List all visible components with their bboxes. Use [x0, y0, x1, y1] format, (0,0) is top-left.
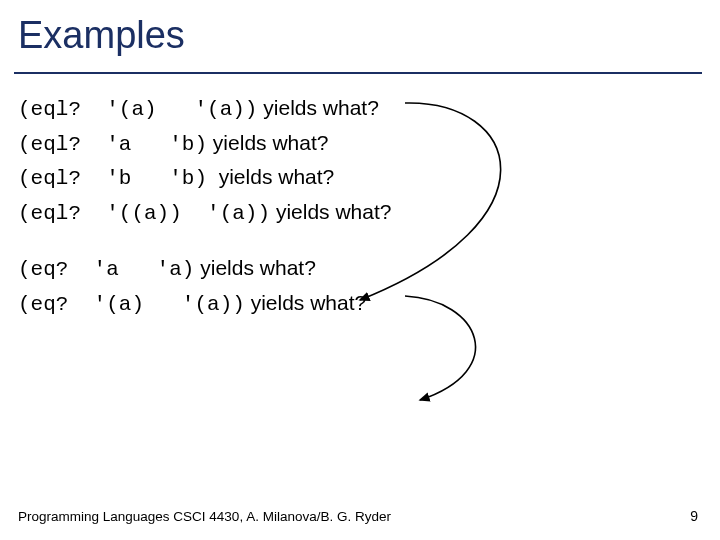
- example-line: (eql? 'b 'b) yields what?: [18, 161, 391, 196]
- example-line: (eql? '(a) '(a)) yields what?: [18, 92, 391, 127]
- page-number: 9: [690, 508, 698, 524]
- slide: Examples (eql? '(a) '(a)) yields what? (…: [0, 0, 720, 540]
- example-line: (eql? 'a 'b) yields what?: [18, 127, 391, 162]
- example-line: (eq? 'a 'a) yields what?: [18, 252, 391, 287]
- yield-text: yields what?: [257, 96, 378, 119]
- example-line: (eql? '((a)) '(a)) yields what?: [18, 196, 391, 231]
- yield-text: yields what?: [194, 256, 315, 279]
- code-text: (eq? 'a 'a): [18, 258, 194, 281]
- curve-arrow-bottom: [405, 296, 476, 400]
- slide-body: (eql? '(a) '(a)) yields what? (eql? 'a '…: [18, 92, 391, 321]
- title-rule: [14, 72, 702, 74]
- code-text: (eq? '(a) '(a)): [18, 293, 245, 316]
- slide-title: Examples: [0, 0, 720, 61]
- code-text: (eql? '((a)) '(a)): [18, 202, 270, 225]
- code-text: (eql? 'a 'b): [18, 133, 207, 156]
- example-line: (eq? '(a) '(a)) yields what?: [18, 287, 391, 322]
- code-text: (eql? 'b 'b): [18, 167, 207, 190]
- code-text: (eql? '(a) '(a)): [18, 98, 257, 121]
- yield-text: yields what?: [245, 291, 366, 314]
- yield-text: yields what?: [270, 200, 391, 223]
- spacer: [18, 230, 391, 252]
- footer-text: Programming Languages CSCI 4430, A. Mila…: [18, 509, 391, 524]
- yield-text: yields what?: [207, 131, 328, 154]
- yield-text: yields what?: [207, 165, 334, 188]
